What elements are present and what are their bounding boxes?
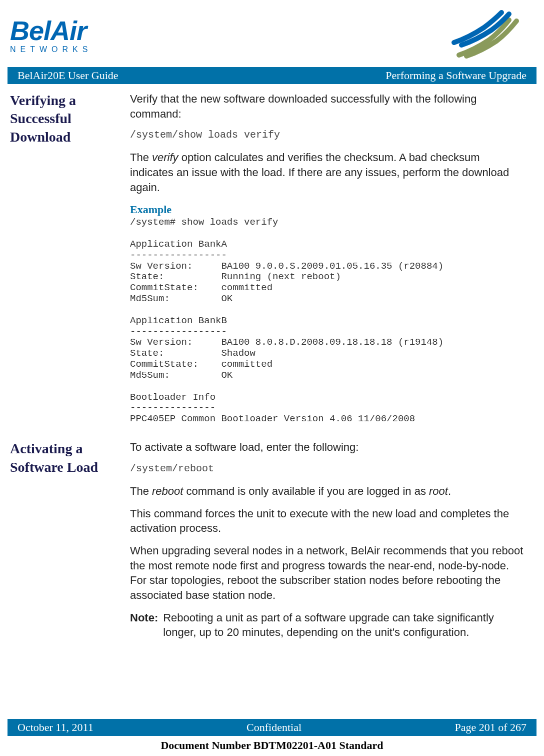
title-banner: BelAir20E User Guide Performing a Softwa… [8,67,536,84]
paragraph: When upgrading several nodes in a networ… [130,543,524,603]
command-text: /system/reboot [130,462,524,475]
paragraph: The reboot command is only available if … [130,484,524,499]
logo-wave-icon [449,10,524,62]
note-block: Note: Rebooting a unit as part of a soft… [130,610,524,640]
section-body: To activate a software load, enter the f… [130,440,524,640]
footer-page: Page 201 of 267 [454,721,526,734]
command-text: /system/show loads verify [130,129,524,141]
logo-sub-text: NETWORKS [10,45,92,54]
example-output: /system# show loads verify Application B… [130,217,524,425]
root-user: root [429,485,448,497]
section-body: Verify that the new software downloaded … [130,92,524,435]
note-label: Note: [130,610,158,640]
footer-banner: October 11, 2011 Confidential Page 201 o… [8,719,536,736]
banner-right: Performing a Software Upgrade [386,69,526,82]
paragraph: Verify that the new software downloaded … [130,92,524,121]
paragraph: This command forces the unit to execute … [130,506,524,536]
reboot-command: reboot [152,485,183,497]
note-text: Rebooting a unit as part of a software u… [163,610,524,640]
section-title: Activating a Software Load [10,440,115,476]
section-activating-load: Activating a Software Load To activate a… [0,435,544,640]
footer-date: October 11, 2011 [18,721,94,734]
section-sidebar: Activating a Software Load [10,440,115,640]
section-title: Verifying a Successful Download [10,92,115,146]
verify-option: verify [152,151,178,164]
section-sidebar: Verifying a Successful Download [10,92,115,435]
paragraph: To activate a software load, enter the f… [130,440,524,455]
paragraph: The verify option calculates and verifie… [130,150,524,195]
section-verifying-download: Verifying a Successful Download Verify t… [0,84,544,435]
page-header: BelAir NETWORKS [0,10,544,67]
footer-confidential: Confidential [246,721,302,734]
example-header: Example [130,202,524,217]
logo-main-text: BelAir [10,18,92,44]
logo-belair-networks: BelAir NETWORKS [10,18,92,54]
banner-left: BelAir20E User Guide [18,69,118,82]
document-number: Document Number BDTM02201-A01 Standard [0,739,544,752]
